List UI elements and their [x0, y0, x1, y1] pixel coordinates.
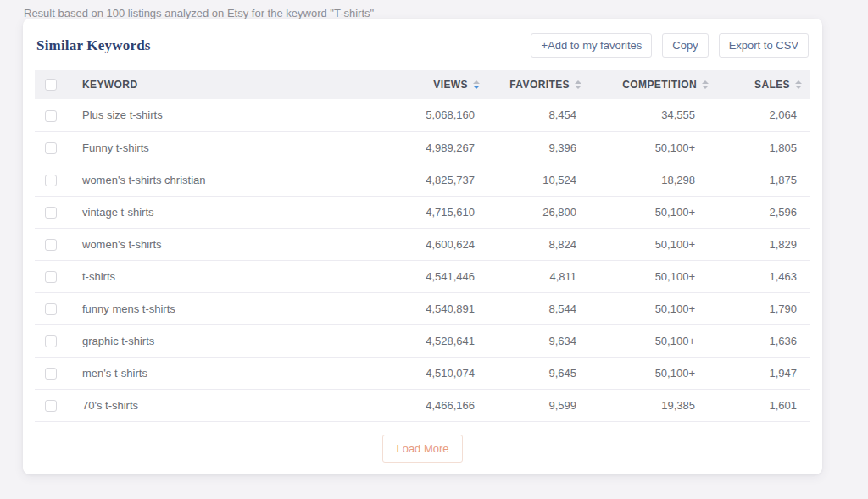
views-cell: 4,600,624 — [382, 228, 488, 260]
favorites-cell: 8,454 — [488, 99, 590, 131]
table-row: men's t-shirts 4,510,074 9,645 50,100+ 1… — [35, 357, 810, 389]
favorites-cell: 10,524 — [488, 164, 590, 196]
sort-icon[interactable] — [795, 80, 802, 89]
row-checkbox[interactable] — [45, 239, 57, 251]
competition-cell: 50,100+ — [590, 324, 717, 357]
favorites-cell: 9,396 — [488, 131, 590, 164]
sales-cell: 1,463 — [717, 260, 810, 292]
favorites-cell: 9,634 — [488, 324, 590, 357]
favorites-cell: 8,544 — [488, 292, 590, 324]
keyword-cell: women's t-shirts christian — [75, 164, 382, 196]
favorites-cell: 9,599 — [488, 389, 590, 421]
competition-cell: 50,100+ — [590, 131, 717, 164]
sales-cell: 1,829 — [717, 228, 810, 260]
add-to-favorites-button[interactable]: +Add to my favorites — [531, 33, 652, 58]
panel-header: Similar Keywords +Add to my favorites Co… — [35, 19, 810, 70]
favorites-cell: 4,811 — [488, 260, 590, 292]
competition-cell: 34,555 — [590, 99, 717, 131]
column-header-sales[interactable]: SALES — [717, 70, 810, 99]
views-cell: 4,540,891 — [382, 292, 488, 324]
row-checkbox[interactable] — [45, 303, 57, 315]
competition-cell: 50,100+ — [590, 196, 717, 228]
row-checkbox[interactable] — [45, 400, 57, 412]
row-checkbox[interactable] — [45, 368, 57, 380]
table-row: 70's t-shirts 4,466,166 9,599 19,385 1,6… — [35, 389, 810, 421]
row-checkbox[interactable] — [45, 110, 57, 122]
competition-cell: 18,298 — [590, 164, 717, 196]
table-row: funny mens t-shirts 4,540,891 8,544 50,1… — [35, 292, 810, 324]
table-row: t-shirts 4,541,446 4,811 50,100+ 1,463 — [35, 260, 810, 292]
table-row: vintage t-shirts 4,715,610 26,800 50,100… — [35, 196, 810, 228]
keyword-cell: funny mens t-shirts — [75, 292, 382, 324]
column-header-competition[interactable]: COMPETITION — [590, 70, 717, 99]
views-cell: 4,510,074 — [382, 357, 488, 389]
favorites-cell: 8,824 — [488, 228, 590, 260]
keyword-cell: Funny t-shirts — [75, 131, 382, 164]
column-header-keyword[interactable]: KEYWORD — [75, 70, 382, 99]
keyword-cell: Plus size t-shirts — [75, 99, 382, 131]
views-cell: 4,715,610 — [382, 196, 488, 228]
sales-cell: 1,947 — [717, 357, 810, 389]
keyword-cell: women's t-shirts — [75, 228, 382, 260]
row-checkbox[interactable] — [45, 271, 57, 283]
table-row: women's t-shirts christian 4,825,737 10,… — [35, 164, 810, 196]
sales-cell: 1,601 — [717, 389, 810, 421]
row-checkbox[interactable] — [45, 335, 57, 347]
favorites-cell: 26,800 — [488, 196, 590, 228]
keyword-cell: t-shirts — [75, 260, 382, 292]
competition-cell: 50,100+ — [590, 357, 717, 389]
keyword-cell: vintage t-shirts — [75, 196, 382, 228]
sort-icon[interactable] — [473, 80, 480, 89]
table-body: Plus size t-shirts 5,068,160 8,454 34,55… — [35, 99, 810, 421]
panel-actions: +Add to my favorites Copy Export to CSV — [531, 33, 809, 58]
views-cell: 4,989,267 — [382, 131, 488, 164]
table-row: Funny t-shirts 4,989,267 9,396 50,100+ 1… — [35, 131, 810, 164]
column-label: COMPETITION — [622, 79, 697, 91]
sales-cell: 1,790 — [717, 292, 810, 324]
table-row: graphic t-shirts 4,528,641 9,634 50,100+… — [35, 324, 810, 357]
keyword-cell: graphic t-shirts — [75, 324, 382, 357]
views-cell: 4,466,166 — [382, 389, 488, 421]
row-checkbox[interactable] — [45, 175, 57, 186]
sales-cell: 1,875 — [717, 164, 810, 196]
table-header: KEYWORD VIEWS FAVORITES — [35, 70, 810, 99]
sort-icon[interactable] — [702, 80, 709, 89]
result-status-text: Result based on 100 listings analyzed on… — [24, 7, 374, 19]
sales-cell: 2,064 — [717, 99, 810, 131]
keyword-cell: men's t-shirts — [75, 357, 382, 389]
competition-cell: 19,385 — [590, 389, 717, 421]
competition-cell: 50,100+ — [590, 292, 717, 324]
favorites-cell: 9,645 — [488, 357, 590, 389]
column-label: VIEWS — [433, 79, 468, 91]
row-checkbox[interactable] — [45, 207, 57, 219]
load-more-container: Load More — [35, 422, 810, 463]
column-header-favorites[interactable]: FAVORITES — [488, 70, 590, 99]
sort-icon[interactable] — [575, 80, 581, 89]
select-all-checkbox[interactable] — [45, 79, 57, 91]
load-more-button[interactable]: Load More — [382, 435, 462, 463]
copy-button[interactable]: Copy — [662, 33, 708, 58]
table-row: Plus size t-shirts 5,068,160 8,454 34,55… — [35, 99, 810, 131]
column-label: FAVORITES — [509, 79, 570, 91]
views-cell: 4,541,446 — [382, 260, 488, 292]
competition-cell: 50,100+ — [590, 260, 717, 292]
similar-keywords-panel: Similar Keywords +Add to my favorites Co… — [23, 19, 822, 474]
row-checkbox[interactable] — [45, 142, 57, 154]
sales-cell: 1,636 — [717, 324, 810, 357]
column-header-views[interactable]: VIEWS — [382, 70, 488, 99]
competition-cell: 50,100+ — [590, 228, 717, 260]
column-label: KEYWORD — [82, 79, 137, 91]
sales-cell: 1,805 — [717, 131, 810, 164]
export-to-csv-button[interactable]: Export to CSV — [719, 33, 809, 58]
table-row: women's t-shirts 4,600,624 8,824 50,100+… — [35, 228, 810, 260]
panel-title: Similar Keywords — [36, 37, 151, 54]
views-cell: 5,068,160 — [382, 99, 488, 131]
sales-cell: 2,596 — [717, 196, 810, 228]
views-cell: 4,528,641 — [382, 324, 488, 357]
column-label: SALES — [754, 79, 790, 91]
keyword-cell: 70's t-shirts — [75, 389, 382, 421]
views-cell: 4,825,737 — [382, 164, 488, 196]
keywords-table: KEYWORD VIEWS FAVORITES — [35, 70, 810, 422]
